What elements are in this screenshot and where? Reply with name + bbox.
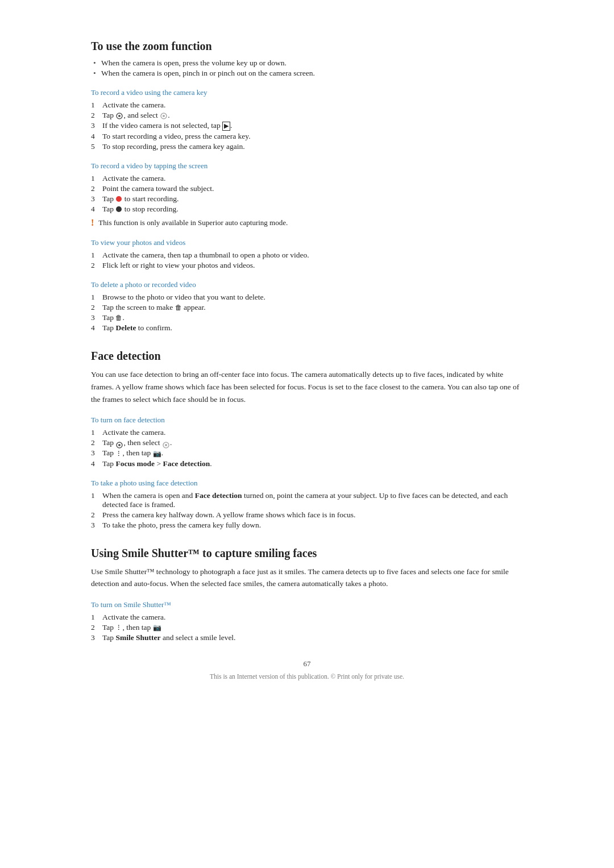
turn-on-smile-subtitle: To turn on Smile Shutter™ — [91, 600, 523, 609]
trash-icon: 🗑 — [175, 304, 182, 312]
delete-photo-steps: 1Browse to the photo or video that you w… — [91, 293, 523, 333]
select-icon-2 — [163, 440, 169, 447]
turn-on-smile-shutter-section: To turn on Smile Shutter™ 1Activate the … — [91, 600, 523, 642]
step-item: 2Press the camera key halfway down. A ye… — [91, 510, 523, 520]
menu-icon: ⋮ — [115, 450, 122, 458]
take-photo-face-subtitle: To take a photo using face detection — [91, 479, 523, 488]
turn-on-smile-steps: 1Activate the camera. 2Tap ⋮, then tap 📷… — [91, 613, 523, 642]
camera-icon: 📷 — [153, 450, 161, 458]
step-item: 1Browse to the photo or video that you w… — [91, 293, 523, 302]
record-note: ! This function is only available in Sup… — [91, 218, 523, 228]
zoom-title: To use the zoom function — [91, 40, 523, 53]
video-icon: ▶ — [222, 122, 230, 130]
step-item: 1Activate the camera. — [91, 101, 523, 110]
camera-icon-2: 📷 — [153, 624, 161, 632]
step-item: 3If the video camera is not selected, ta… — [91, 121, 523, 131]
step-item: 1Activate the camera. — [91, 428, 523, 437]
step-item: 2Tap the screen to make 🗑 appear. — [91, 303, 523, 312]
svg-point-5 — [118, 444, 121, 446]
step-item: 3To take the photo, press the camera key… — [91, 521, 523, 530]
step-item: 2Tap , then select . — [91, 438, 523, 447]
zoom-section: To use the zoom function When the camera… — [91, 40, 523, 78]
record-camera-key-steps: 1Activate the camera. 2Tap , and select … — [91, 101, 523, 151]
svg-point-3 — [163, 115, 165, 117]
settings-icon — [116, 113, 123, 119]
step-item: 4To start recording a video, press the c… — [91, 132, 523, 141]
zoom-bullet-2: When the camera is open, pinch in or pin… — [91, 69, 523, 78]
delete-photo-section: To delete a photo or recorded video 1Bro… — [91, 280, 523, 333]
view-photos-steps: 1Activate the camera, then tap a thumbna… — [91, 251, 523, 270]
record-camera-key-section: To record a video using the camera key 1… — [91, 88, 523, 151]
smile-shutter-section: Using Smile Shutter™ to capture smiling … — [91, 547, 523, 590]
face-detection-section: Face detection You can use face detectio… — [91, 350, 523, 405]
zoom-bullets: When the camera is open, press the volum… — [91, 59, 523, 78]
step-item: 1Activate the camera. — [91, 174, 523, 183]
step-item: 2Tap , and select . — [91, 111, 523, 120]
step-item: 3Tap 🗑. — [91, 313, 523, 322]
note-text: This function is only available in Super… — [98, 218, 288, 227]
svg-point-7 — [165, 444, 167, 446]
step-item: 1Activate the camera, then tap a thumbna… — [91, 251, 523, 260]
turn-on-face-detection-section: To turn on face detection 1Activate the … — [91, 416, 523, 468]
step-item: 4Tap to stop recording. — [91, 205, 523, 214]
step-item: 2Point the camera toward the subject. — [91, 184, 523, 193]
svg-point-1 — [118, 115, 121, 117]
smile-shutter-title: Using Smile Shutter™ to capture smiling … — [91, 547, 523, 560]
record-camera-key-subtitle: To record a video using the camera key — [91, 88, 523, 97]
warning-icon: ! — [91, 218, 94, 228]
step-item: 3Tap Smile Shutter and select a smile le… — [91, 633, 523, 642]
page-number: 67 — [91, 659, 523, 668]
menu-icon-2: ⋮ — [115, 624, 122, 632]
smile-shutter-intro: Use Smile Shutter™ technology to photogr… — [91, 566, 523, 590]
record-start-icon — [116, 196, 122, 202]
take-photo-face-steps: 1When the camera is open and Face detect… — [91, 491, 523, 530]
select-icon — [160, 113, 167, 119]
settings-icon-2 — [116, 440, 123, 447]
face-detection-intro: You can use face detection to bring an o… — [91, 368, 523, 405]
step-item: 4Tap Focus mode > Face detection. — [91, 459, 523, 468]
footer-text: This is an Internet version of this publ… — [91, 673, 523, 680]
delete-photo-subtitle: To delete a photo or recorded video — [91, 280, 523, 289]
zoom-bullet-1: When the camera is open, press the volum… — [91, 59, 523, 68]
step-item: 5To stop recording, press the camera key… — [91, 142, 523, 151]
take-photo-face-detection-section: To take a photo using face detection 1Wh… — [91, 479, 523, 530]
step-item: 3Tap to start recording. — [91, 194, 523, 203]
record-tap-screen-subtitle: To record a video by tapping the screen — [91, 161, 523, 171]
record-tap-screen-steps: 1Activate the camera. 2Point the camera … — [91, 174, 523, 214]
trash-icon-2: 🗑 — [115, 314, 122, 322]
step-item: 2Flick left or right to view your photos… — [91, 261, 523, 270]
step-item: 4Tap Delete to confirm. — [91, 323, 523, 333]
turn-on-face-detection-steps: 1Activate the camera. 2Tap , then select… — [91, 428, 523, 468]
step-item: 1When the camera is open and Face detect… — [91, 491, 523, 509]
record-stop-icon — [116, 206, 122, 212]
view-photos-section: To view your photos and videos 1Activate… — [91, 238, 523, 270]
record-tap-screen-section: To record a video by tapping the screen … — [91, 161, 523, 228]
step-item: 2Tap ⋮, then tap 📷 — [91, 623, 523, 632]
step-item: 3Tap ⋮, then tap 📷. — [91, 448, 523, 458]
step-item: 1Activate the camera. — [91, 613, 523, 622]
face-detection-title: Face detection — [91, 350, 523, 363]
view-photos-subtitle: To view your photos and videos — [91, 238, 523, 247]
turn-on-face-detection-subtitle: To turn on face detection — [91, 416, 523, 425]
